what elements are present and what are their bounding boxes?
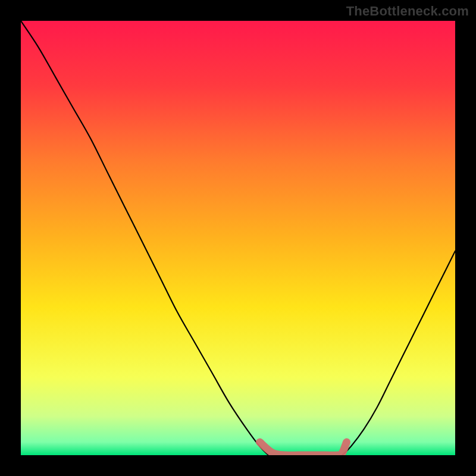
watermark-text: TheBottleneck.com	[346, 4, 469, 19]
gradient-rect	[21, 21, 455, 455]
chart-frame: TheBottleneck.com	[0, 0, 476, 476]
plot-svg	[21, 21, 455, 455]
plot-area	[21, 21, 455, 455]
